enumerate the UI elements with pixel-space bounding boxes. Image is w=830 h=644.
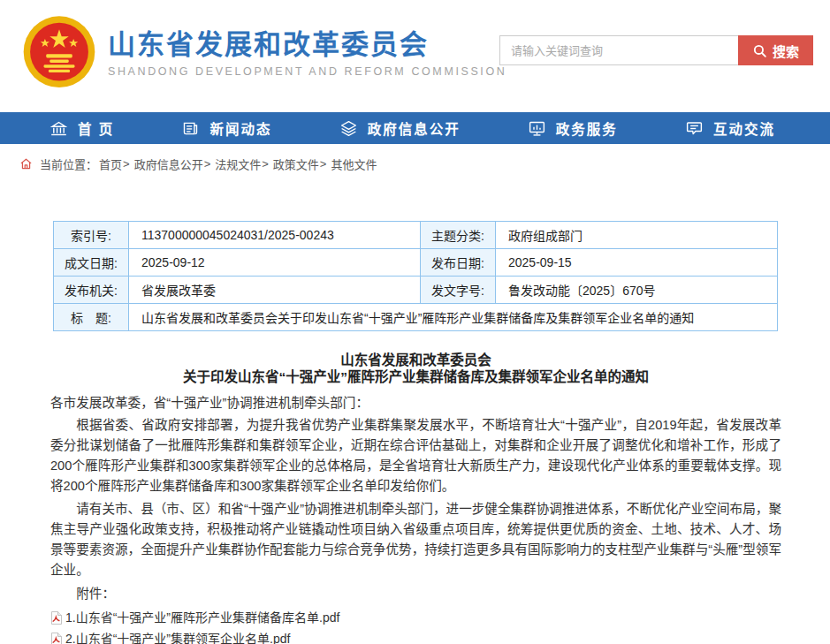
site-titles: 山东省发展和改革委员会 SHANDONG DEVELOPMENT AND REF… [108, 28, 506, 78]
chat-icon [685, 119, 704, 138]
search-button[interactable]: 搜索 [738, 35, 813, 65]
meta-label-doc-number: 发文字号: [421, 277, 496, 304]
attachment-link-1[interactable]: 1.山东省“十强产业”雁阵形产业集群储备库名单.pdf [50, 611, 781, 625]
nav-item-interaction[interactable]: 互动交流 [685, 118, 775, 138]
home-icon [19, 157, 33, 170]
breadcrumb-item-gov-info[interactable]: 政府信息公开 [134, 155, 203, 172]
site-header: 山东省发展和改革委员会 SHANDONG DEVELOPMENT AND REF… [0, 0, 830, 112]
search-input[interactable] [499, 35, 738, 65]
table-row: 索引号: 113700000045024031/2025-00243 主题分类:… [54, 222, 778, 249]
nav-label: 首 页 [78, 118, 114, 138]
doc-title-line1: 山东省发展和改革委员会 [50, 352, 781, 368]
breadcrumb-separator: > [320, 157, 327, 170]
paragraph-1: 根据省委、省政府安排部署，为提升我省优势产业集群集聚发展水平，不断培育壮大“十强… [50, 415, 781, 496]
page: 山东省发展和改革委员会 SHANDONG DEVELOPMENT AND REF… [0, 0, 830, 644]
meta-label-agency: 发布机关: [54, 277, 129, 304]
pdf-icon [50, 611, 63, 625]
meta-value-agency: 省发展改革委 [129, 277, 421, 304]
attachment-link-2[interactable]: 2.山东省“十强产业”集群领军企业名单.pdf [50, 633, 781, 644]
search-icon [752, 43, 767, 58]
pdf-icon [50, 633, 63, 644]
logo: 山东省发展和改革委员会 SHANDONG DEVELOPMENT AND REF… [21, 14, 506, 92]
meta-value-index: 113700000045024031/2025-00243 [129, 222, 421, 249]
breadcrumb-item-home[interactable]: 首页 [99, 155, 122, 172]
meta-label-written-date: 成文日期: [54, 249, 129, 277]
monitor-icon [528, 119, 546, 138]
salutation: 各市发展改革委，省“十强产业”协调推进机制牵头部门： [50, 393, 781, 413]
meta-label-title: 标 题: [54, 304, 129, 331]
attachment-name: 1.山东省“十强产业”雁阵形产业集群储备库名单.pdf [65, 611, 339, 625]
meta-label-publish-date: 发布日期: [421, 249, 496, 277]
meta-value-doc-number: 鲁发改动能〔2025〕670号 [496, 277, 778, 304]
nav-label: 新闻动态 [209, 118, 271, 138]
meta-value-title: 山东省发展和改革委员会关于印发山东省“十强产业”雁阵形产业集群储备库及集群领军企… [129, 304, 778, 331]
nav-item-gov-info[interactable]: 政府信息公开 [339, 118, 461, 138]
breadcrumb-separator: > [123, 157, 130, 170]
site-subtitle: SHANDONG DEVELOPMENT AND REFORM COMMISSI… [108, 65, 506, 78]
news-icon [181, 119, 200, 138]
site-title: 山东省发展和改革委员会 [108, 28, 506, 61]
document-body: 山东省发展和改革委员会 关于印发山东省“十强产业”雁阵形产业集群储备库及集群领军… [50, 352, 781, 644]
meta-value-written-date: 2025-09-12 [129, 249, 421, 277]
meta-value-category: 政府组成部门 [496, 222, 778, 249]
nav-label: 互动交流 [713, 118, 775, 138]
meta-value-publish-date: 2025-09-15 [496, 249, 778, 277]
nav-item-news[interactable]: 新闻动态 [181, 118, 271, 138]
layers-icon [339, 119, 358, 138]
attachment-name: 2.山东省“十强产业”集群领军企业名单.pdf [65, 633, 290, 644]
breadcrumb-item-other[interactable]: 其他文件 [331, 155, 377, 172]
breadcrumb-prefix: 当前位置： [40, 155, 97, 172]
attachments-heading: 附件： [50, 584, 781, 603]
search-button-label: 搜索 [773, 42, 799, 60]
nav-label: 政务服务 [556, 118, 618, 138]
bank-icon [49, 119, 68, 138]
meta-label-index: 索引号: [54, 222, 129, 249]
table-row: 成文日期: 2025-09-12 发布日期: 2025-09-15 [54, 249, 778, 277]
nav-item-home[interactable]: 首 页 [49, 118, 114, 138]
breadcrumb: 当前位置： 首页 > 政府信息公开 > 法规文件 > 政策文件 > 其他文件 [0, 144, 830, 183]
breadcrumb-item-policy[interactable]: 政策文件 [273, 155, 319, 172]
breadcrumb-item-regulations[interactable]: 法规文件 [215, 155, 261, 172]
table-row: 标 题: 山东省发展和改革委员会关于印发山东省“十强产业”雁阵形产业集群储备库及… [54, 304, 778, 331]
meta-label-category: 主题分类: [421, 222, 496, 249]
search-bar: 搜索 [499, 35, 813, 65]
table-row: 发布机关: 省发展改革委 发文字号: 鲁发改动能〔2025〕670号 [54, 277, 778, 304]
national-emblem-icon [21, 14, 97, 92]
nav-item-services[interactable]: 政务服务 [528, 118, 618, 138]
breadcrumb-separator: > [204, 157, 211, 170]
nav-label: 政府信息公开 [368, 118, 461, 138]
doc-title-line2: 关于印发山东省“十强产业”雁阵形产业集群储备库及集群领军企业名单的通知 [50, 368, 781, 385]
main-nav: 首 页 新闻动态 政府信息公开 政务服务 互动交流 [0, 112, 830, 144]
breadcrumb-separator: > [262, 157, 269, 170]
paragraph-2: 请有关市、县（市、区）和省“十强产业”协调推进机制牵头部门，进一步健全集群协调推… [50, 499, 781, 580]
meta-table: 索引号: 113700000045024031/2025-00243 主题分类:… [53, 221, 778, 331]
